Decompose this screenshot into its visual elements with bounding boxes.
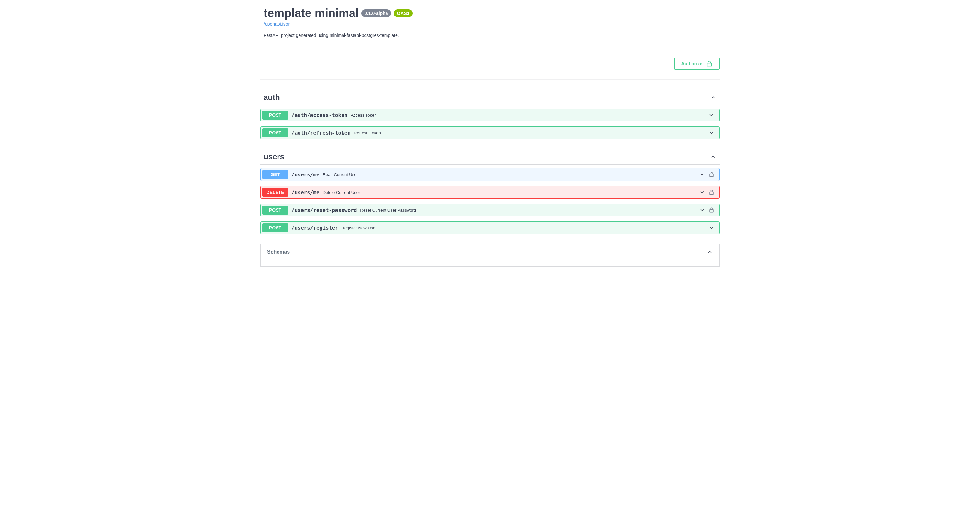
operation-icons [699,171,718,178]
operation-path: /users/me [291,171,320,178]
operation-row[interactable]: POST/users/reset-passwordReset Current U… [260,204,720,217]
lock-icon[interactable] [709,189,714,195]
tag-header-auth[interactable]: auth [260,89,720,105]
method-badge: DELETE [262,188,288,197]
operation-row[interactable]: POST/auth/refresh-tokenRefresh Token [260,126,720,139]
scheme-container: Authorize [260,48,720,80]
operation-path: /auth/refresh-token [291,130,351,136]
method-badge: POST [262,128,288,137]
chevron-up-icon [710,154,716,160]
operation-row[interactable]: POST/auth/access-tokenAccess Token [260,109,720,122]
operation-row[interactable]: GET/users/meRead Current User [260,168,720,181]
operation-path: /auth/access-token [291,112,347,118]
version-badge: 0.1.0-alpha [361,10,391,17]
api-description: FastAPI project generated using minimal-… [264,33,716,38]
schemas-section: Schemas [260,244,720,266]
schemas-title: Schemas [267,249,290,255]
api-title: template minimal [264,6,359,20]
method-badge: POST [262,223,288,232]
operation-row[interactable]: POST/users/registerRegister New User [260,221,720,234]
operation-summary: Read Current User [323,172,358,177]
schemas-header[interactable]: Schemas [260,244,720,260]
operation-icons [708,112,718,118]
operation-icons [699,189,718,195]
method-badge: POST [262,111,288,120]
chevron-down-icon [708,112,714,118]
operations-list: POST/auth/access-tokenAccess TokenPOST/a… [260,109,720,139]
chevron-down-icon [699,207,705,213]
chevron-down-icon [708,225,714,231]
chevron-down-icon [699,189,705,195]
operation-summary: Register New User [342,225,377,230]
spec-link[interactable]: /openapi.json [264,21,290,27]
method-badge: GET [262,170,288,179]
operation-icons [708,130,718,136]
tag-section-auth: authPOST/auth/access-tokenAccess TokenPO… [260,89,720,139]
operation-path: /users/register [291,225,338,231]
chevron-down-icon [708,130,714,136]
chevron-up-icon [706,249,713,255]
schemas-body [260,260,720,266]
unlock-icon [706,60,713,67]
authorize-button[interactable]: Authorize [674,57,720,70]
operation-row[interactable]: DELETE/users/meDelete Current User [260,186,720,199]
tag-name: auth [264,93,280,102]
method-badge: POST [262,206,288,214]
tag-section-users: usersGET/users/meRead Current UserDELETE… [260,149,720,234]
chevron-up-icon [710,94,716,100]
operation-summary: Delete Current User [323,190,360,195]
lock-icon[interactable] [709,207,714,213]
oas-badge: OAS3 [394,10,412,17]
operation-summary: Reset Current User Password [360,208,416,212]
api-header: template minimal 0.1.0-alpha OAS3 /opena… [260,0,720,48]
authorize-label: Authorize [681,61,702,66]
operation-summary: Refresh Token [354,130,381,135]
operation-path: /users/me [291,189,320,195]
lock-icon[interactable] [709,171,714,178]
operation-icons [699,207,718,213]
operations-list: GET/users/meRead Current UserDELETE/user… [260,168,720,234]
chevron-down-icon [699,171,705,178]
operation-summary: Access Token [351,113,377,117]
operation-icons [708,225,718,231]
operation-path: /users/reset-password [291,207,357,213]
tag-header-users[interactable]: users [260,149,720,165]
tag-name: users [264,152,284,161]
